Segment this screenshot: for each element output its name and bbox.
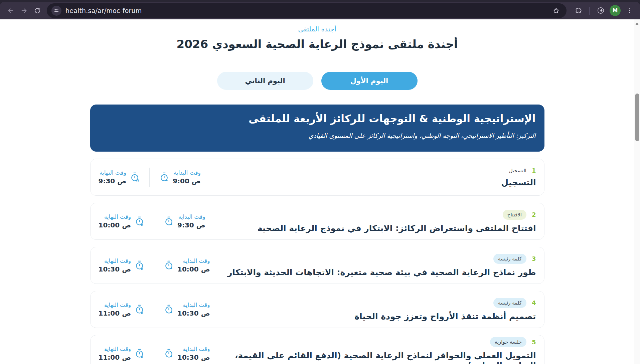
kebab-menu-icon xyxy=(626,7,633,14)
session-list: 1 التسجيل التسجيل وقت النهاية 9:30 ص وقت… xyxy=(90,159,544,364)
session-badge: جلسة حوارية xyxy=(490,337,526,347)
leaf-icon xyxy=(597,7,605,14)
session-number: 2 xyxy=(532,211,536,218)
session-card: 5 جلسة حوارية التمويل العملي والحوافز لن… xyxy=(90,335,544,364)
url-text[interactable]: health.sa/ar/moc-forum xyxy=(65,7,550,14)
end-time-value: 11:00 ص xyxy=(99,353,131,361)
session-number: 1 xyxy=(532,167,536,174)
menu-button[interactable] xyxy=(623,4,636,17)
end-time-label: وقت النهاية xyxy=(99,169,127,176)
browser-chrome: health.sa/ar/moc-forum M xyxy=(0,0,640,19)
page-content: أجندة الملتقى أجندة ملتقى نموذج الرعاية … xyxy=(0,19,640,364)
performance-button[interactable] xyxy=(594,4,607,17)
end-time-value: 10:00 ص xyxy=(99,221,131,229)
end-time-value: 11:00 ص xyxy=(99,309,131,317)
day-tabs: اليوم الأول اليوم الثاني xyxy=(90,72,544,90)
timer-start-icon xyxy=(159,172,169,182)
session-times: وقت النهاية 10:00 ص وقت البداية 9:30 ص xyxy=(99,212,205,231)
reload-icon xyxy=(34,7,41,14)
end-time-block: وقت النهاية 11:00 ص xyxy=(99,346,131,361)
start-time-value: 9:00 ص xyxy=(173,177,201,185)
session-title: افتتاح الملتقى واستعراض الركائز: الابتكا… xyxy=(205,223,536,233)
end-time-label: وقت النهاية xyxy=(99,302,131,308)
timer-end-icon xyxy=(130,172,140,182)
session-title: تصميم أنظمة تنقذ الأرواح وتعزز جودة الحي… xyxy=(210,312,536,321)
chrome-actions: M xyxy=(570,4,636,17)
start-time-block: وقت البداية 10:30 ص xyxy=(177,302,210,317)
timer-start-icon xyxy=(164,348,174,359)
session-title: التمويل العملي والحوافز لنماذج الرعاية ا… xyxy=(210,351,536,364)
end-time-block: وقت النهاية 9:30 ص xyxy=(99,169,127,185)
end-time-block: وقت النهاية 11:00 ص xyxy=(99,302,131,317)
session-times: وقت النهاية 10:30 ص وقت البداية 10:00 ص xyxy=(99,256,210,275)
session-times: وقت النهاية 9:30 ص وقت البداية 9:00 ص xyxy=(99,168,201,187)
start-time-block: وقت البداية 10:30 ص xyxy=(177,346,210,361)
puzzle-icon xyxy=(575,7,582,14)
page-scrollbar[interactable] xyxy=(634,19,640,364)
start-time-block: وقت البداية 9:00 ص xyxy=(173,169,201,185)
session-number: 3 xyxy=(532,255,536,262)
timer-start-icon xyxy=(164,260,174,270)
extensions-button[interactable] xyxy=(572,4,585,17)
end-time-label: وقت النهاية xyxy=(99,346,131,352)
start-time-block: وقت البداية 10:00 ص xyxy=(177,257,210,273)
time-divider xyxy=(154,344,154,363)
start-time-label: وقت البداية xyxy=(177,213,205,220)
session-badge: كلمة رئيسة xyxy=(493,298,526,308)
toolbar-divider xyxy=(589,7,590,15)
site-settings-icon[interactable] xyxy=(51,6,61,16)
start-time-value: 10:30 ص xyxy=(177,353,210,361)
start-time-block: وقت البداية 9:30 ص xyxy=(177,213,205,229)
session-title: طور نماذج الرعاية الصحية في بيئة صحية مت… xyxy=(210,267,536,277)
reload-button[interactable] xyxy=(31,4,44,17)
session-info: 1 التسجيل التسجيل xyxy=(201,167,536,187)
bookmark-star-icon[interactable] xyxy=(550,5,562,16)
scrollbar-thumb[interactable] xyxy=(635,94,639,141)
forward-button[interactable] xyxy=(17,4,31,17)
session-badge: كلمة رئيسة xyxy=(493,254,526,264)
start-time-value: 10:00 ص xyxy=(177,265,210,273)
session-times: وقت النهاية 11:00 ص وقت البداية 10:30 ص xyxy=(99,344,210,363)
breadcrumb-link[interactable]: أجندة الملتقى xyxy=(298,25,336,33)
profile-avatar[interactable]: M xyxy=(610,5,621,16)
time-divider xyxy=(154,300,154,319)
session-number: 5 xyxy=(532,339,536,346)
back-button[interactable] xyxy=(4,4,17,17)
session-info: 2 الافتتاح افتتاح الملتقى واستعراض الركا… xyxy=(205,210,536,233)
start-time-label: وقت البداية xyxy=(173,169,201,176)
start-time-value: 10:30 ص xyxy=(177,309,210,317)
session-info: 5 جلسة حوارية التمويل العملي والحوافز لن… xyxy=(210,337,536,364)
start-time-label: وقت البداية xyxy=(177,302,210,308)
end-time-label: وقت النهاية xyxy=(99,213,131,220)
banner-subtitle: التركيز: التأطير الاستراتيجي، التوجه الو… xyxy=(99,132,536,139)
start-time-value: 9:30 ص xyxy=(177,221,205,229)
breadcrumb: أجندة الملتقى xyxy=(90,25,544,33)
end-time-block: وقت النهاية 10:30 ص xyxy=(99,257,131,273)
scrollbar-up-arrow[interactable] xyxy=(635,22,639,25)
timer-start-icon xyxy=(164,216,174,226)
address-bar[interactable]: health.sa/ar/moc-forum xyxy=(47,3,567,18)
session-card: 3 كلمة رئيسة طور نماذج الرعاية الصحية في… xyxy=(90,247,544,284)
session-times: وقت النهاية 11:00 ص وقت البداية 10:30 ص xyxy=(99,300,210,319)
back-icon xyxy=(7,7,14,14)
page-title: أجندة ملتقى نموذج الرعاية الصحية السعودي… xyxy=(90,37,544,51)
session-title: التسجيل xyxy=(201,178,536,187)
agenda-banner: الإستراتيجية الوطنية & التوجهات للركائز … xyxy=(90,105,544,152)
timer-end-icon xyxy=(134,304,145,315)
end-time-value: 9:30 ص xyxy=(99,177,127,185)
time-divider xyxy=(149,168,150,187)
browser-toolbar: health.sa/ar/moc-forum M xyxy=(0,2,640,19)
session-number: 4 xyxy=(532,299,536,306)
tab-day-one[interactable]: اليوم الأول xyxy=(321,72,418,90)
tab-day-two[interactable]: اليوم الثاني xyxy=(217,72,313,90)
timer-start-icon xyxy=(164,304,174,315)
end-time-label: وقت النهاية xyxy=(99,257,131,264)
session-card: 2 الافتتاح افتتاح الملتقى واستعراض الركا… xyxy=(90,203,544,240)
start-time-label: وقت البداية xyxy=(177,346,210,352)
session-card: 1 التسجيل التسجيل وقت النهاية 9:30 ص وقت… xyxy=(90,159,544,196)
forward-icon xyxy=(20,7,28,14)
end-time-block: وقت النهاية 10:00 ص xyxy=(99,213,131,229)
session-info: 4 كلمة رئيسة تصميم أنظمة تنقذ الأرواح وت… xyxy=(210,298,536,321)
end-time-value: 10:30 ص xyxy=(99,265,131,273)
timer-end-icon xyxy=(134,216,145,226)
